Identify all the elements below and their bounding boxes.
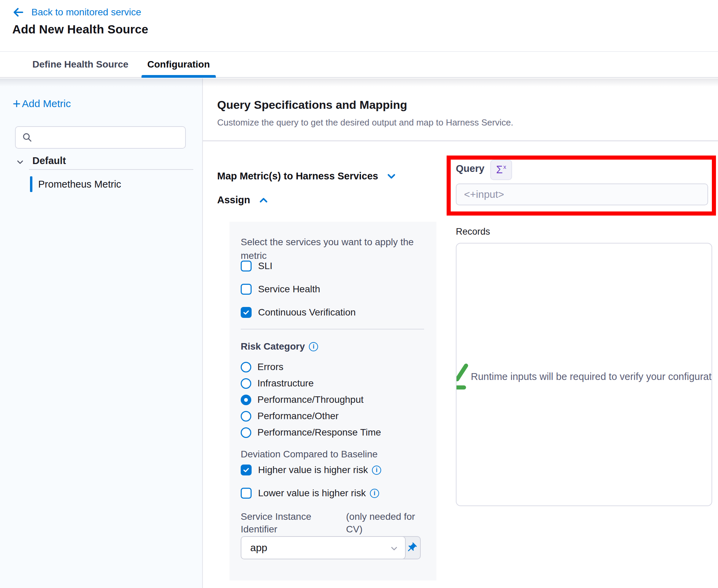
checkbox-label: Higher value is higher risk <box>258 465 368 475</box>
checkbox-row-service-health[interactable]: Service Health <box>241 284 320 295</box>
checkbox-row-sli[interactable]: SLI <box>241 261 272 271</box>
radio-row-performance-throughput[interactable]: Performance/Throughput <box>241 394 363 405</box>
radio-unselected-icon <box>241 378 251 389</box>
radio-unselected-icon <box>241 411 251 422</box>
sidebar-divider <box>202 78 203 588</box>
assign-panel: Select the services you want to apply th… <box>229 222 436 580</box>
selected-metric-indicator <box>30 176 32 192</box>
back-arrow-icon <box>12 6 25 18</box>
checkbox-unchecked-icon <box>241 261 252 271</box>
service-instance-select[interactable]: app <box>241 536 406 559</box>
radio-row-infrastructure[interactable]: Infrastructure <box>241 378 314 389</box>
checkbox-unchecked-icon <box>241 284 252 295</box>
runtime-inputs-message: Runtime inputs will be required to verif… <box>471 371 712 382</box>
radio-label: Performance/Throughput <box>257 394 363 405</box>
panel-divider <box>241 329 424 329</box>
radio-label: Errors <box>257 362 283 372</box>
add-metric-button[interactable]: + Add Metric <box>13 98 71 110</box>
search-input[interactable] <box>37 132 185 143</box>
services-prompt: Select the services you want to apply th… <box>241 235 416 263</box>
risk-category-label: Risk Category <box>241 341 305 352</box>
radio-selected-icon <box>241 395 251 405</box>
section-divider <box>203 141 718 141</box>
service-instance-identifier-label: Service Instance Identifier <box>241 510 323 535</box>
sigma-icon: Σ <box>496 164 503 176</box>
checkbox-checked-icon <box>241 307 252 318</box>
search-icon <box>22 132 33 143</box>
pin-icon <box>406 542 417 554</box>
tab-configuration[interactable]: Configuration <box>147 52 210 77</box>
runtime-check-icon <box>456 362 469 391</box>
sigma-sup: x <box>503 164 506 171</box>
tab-bar: Define Health Source Configuration <box>0 51 718 78</box>
map-metrics-collapser[interactable]: Map Metric(s) to Harness Services <box>217 171 397 182</box>
checkbox-checked-icon <box>241 465 252 475</box>
group-divider <box>29 169 193 170</box>
tab-define-health-source[interactable]: Define Health Source <box>32 52 129 77</box>
radio-row-performance-other[interactable]: Performance/Other <box>241 411 339 422</box>
metrics-sidebar: + Add Metric Default Prometheus Metric <box>0 78 202 588</box>
chevron-down-icon <box>389 544 399 553</box>
group-label: Default <box>32 155 66 166</box>
radio-label: Infrastructure <box>257 378 314 389</box>
assign-label: Assign <box>217 194 250 206</box>
expression-builder-button[interactable]: Σx <box>490 160 512 180</box>
checkbox-row-lower-value[interactable]: Lower value is higher risk i <box>241 488 379 499</box>
radio-label: Performance/Response Time <box>257 427 381 438</box>
sidebar-item-prometheus-metric[interactable]: Prometheus Metric <box>30 176 121 192</box>
service-instance-identifier-note: (only needed for CV) <box>346 510 428 535</box>
query-input[interactable]: <+input> <box>456 183 708 205</box>
info-icon[interactable]: i <box>372 466 381 475</box>
checkbox-row-higher-value[interactable]: Higher value is higher risk i <box>241 465 381 475</box>
service-instance-dropdown: app <box>241 536 421 559</box>
plus-icon: + <box>13 98 20 110</box>
checkbox-label: SLI <box>258 261 272 271</box>
radio-unselected-icon <box>241 427 251 438</box>
records-box: Runtime inputs will be required to verif… <box>456 243 712 506</box>
radio-row-performance-response-time[interactable]: Performance/Response Time <box>241 427 381 438</box>
risk-category-header: Risk Category i <box>241 341 318 352</box>
page-title: Add New Health Source <box>12 23 148 36</box>
checkbox-label: Continuous Verification <box>258 307 356 318</box>
chevron-down-icon <box>15 157 25 167</box>
section-title: Query Specifications and Mapping <box>217 98 407 112</box>
service-instance-value: app <box>250 542 267 554</box>
page-header: Back to monitored service Add New Health… <box>0 0 718 51</box>
radio-unselected-icon <box>241 362 251 372</box>
add-metric-label: Add Metric <box>22 98 71 109</box>
radio-label: Performance/Other <box>257 411 339 422</box>
records-label: Records <box>456 226 490 237</box>
info-icon[interactable]: i <box>309 342 318 351</box>
metric-item-label: Prometheus Metric <box>38 179 121 190</box>
assign-collapser[interactable]: Assign <box>217 194 269 206</box>
chevron-up-icon <box>258 195 269 205</box>
active-tab-underline <box>141 75 216 78</box>
info-icon[interactable]: i <box>370 489 379 498</box>
query-label: Query <box>456 163 484 174</box>
section-subtitle: Customize the query to get the desired o… <box>217 117 513 128</box>
back-link-label: Back to monitored service <box>31 7 141 18</box>
checkbox-label: Lower value is higher risk <box>258 488 366 499</box>
checkbox-label: Service Health <box>258 284 320 295</box>
checkbox-unchecked-icon <box>241 488 252 499</box>
back-to-monitored-service-link[interactable]: Back to monitored service <box>12 5 141 20</box>
radio-row-errors[interactable]: Errors <box>241 362 283 372</box>
checkbox-row-continuous-verification[interactable]: Continuous Verification <box>241 307 356 318</box>
metric-group-default[interactable]: Default <box>0 154 202 169</box>
deviation-label: Deviation Compared to Baseline <box>241 449 378 460</box>
query-placeholder: <+input> <box>464 189 504 200</box>
metric-search-box[interactable] <box>15 126 186 149</box>
map-metrics-label: Map Metric(s) to Harness Services <box>217 171 378 182</box>
chevron-down-icon <box>386 171 397 181</box>
